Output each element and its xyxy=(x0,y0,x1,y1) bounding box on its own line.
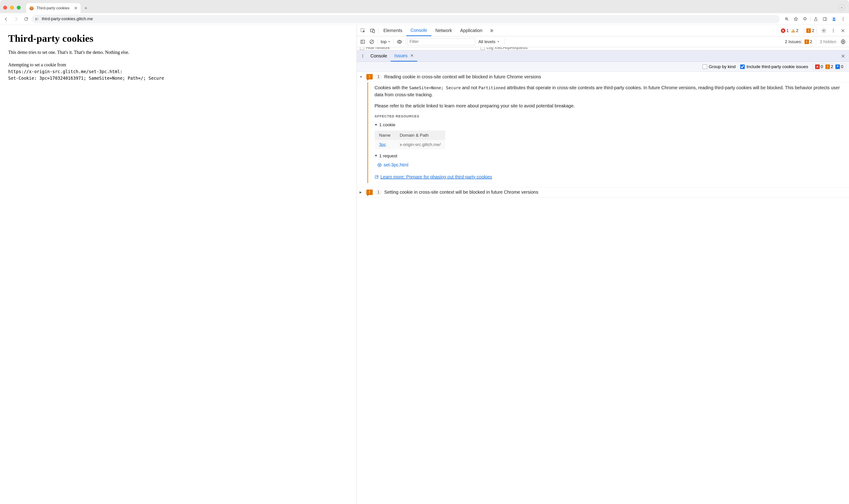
page-heading: Third-party cookies xyxy=(8,33,349,44)
status-errors-count: 1 xyxy=(786,28,789,33)
devtools-panel: Elements Console Network Application ✕ 1… xyxy=(357,25,849,504)
status-warnings[interactable]: 2 xyxy=(791,28,799,33)
th-name: Name xyxy=(374,130,395,140)
log-xhr-checkbox[interactable]: Log XMLHttpRequests xyxy=(481,47,528,50)
minimize-window-icon[interactable] xyxy=(10,6,14,10)
clear-console-icon[interactable] xyxy=(367,37,376,46)
issue-count-badge: 1 xyxy=(375,190,382,195)
drawer-issues-close-icon[interactable]: ✕ xyxy=(410,53,413,58)
page-demo-text: This demo tries to set one. That's it. T… xyxy=(8,50,349,55)
back-button[interactable] xyxy=(2,15,11,23)
console-filter-input[interactable] xyxy=(407,38,475,46)
side-panel-icon[interactable] xyxy=(821,15,829,23)
inspect-element-icon[interactable] xyxy=(358,26,368,35)
console-settings-icon[interactable] xyxy=(838,37,848,46)
count-err: 0 xyxy=(820,64,823,69)
address-bar[interactable]: third-party-cookies.glitch.me xyxy=(32,15,779,23)
issue-para2: Please refer to the article linked to le… xyxy=(374,102,845,109)
count-chat: 0 xyxy=(841,64,843,69)
devtools-close-icon[interactable] xyxy=(838,26,848,35)
svg-point-17 xyxy=(843,41,844,42)
cookie-domain: x-origin-src.glitch.me/ xyxy=(395,140,445,149)
expand-arrow-icon[interactable]: ▼ xyxy=(359,75,364,78)
levels-label: All levels xyxy=(478,39,495,44)
cookie-sub-label: 1 cookie xyxy=(379,122,395,128)
cookie-subhead[interactable]: ▼ 1 cookie xyxy=(374,122,845,128)
include-3p-label: Include third-party cookie issues xyxy=(746,64,808,69)
group-by-kind-checkbox[interactable]: Group by kind xyxy=(703,64,736,69)
context-selector[interactable]: top xyxy=(379,39,392,44)
hidden-messages[interactable]: 3 hidden xyxy=(820,39,836,44)
request-sub-label: 1 request xyxy=(379,152,397,159)
tab-title: Third-party cookies xyxy=(37,6,70,11)
include-3p-checkbox[interactable]: Include third-party cookie issues xyxy=(740,64,808,69)
hide-network-label: Hide network xyxy=(366,47,390,50)
issue-title-1: Reading cookie in cross-site context wil… xyxy=(384,74,846,79)
drawer-menu-icon[interactable] xyxy=(359,52,367,60)
hide-network-checkbox[interactable]: Hide network xyxy=(360,47,390,50)
learn-more-text: Learn more: Prepare for phasing out thir… xyxy=(381,174,492,180)
cookie-table: Name Domain & Path 3pc x-origin-src.glit… xyxy=(374,130,445,149)
extensions-icon[interactable] xyxy=(801,15,809,23)
close-tab-icon[interactable]: ✕ xyxy=(74,6,77,11)
svg-point-20 xyxy=(362,57,363,58)
live-expression-icon[interactable] xyxy=(395,37,404,46)
more-tabs-icon[interactable] xyxy=(487,26,496,35)
maximize-window-icon[interactable] xyxy=(17,6,21,10)
issue-row-2[interactable]: ▶ ! 1 Setting cookie in cross-site conte… xyxy=(357,187,849,198)
svg-point-19 xyxy=(362,56,363,56)
learn-more-link[interactable]: Learn more: Prepare for phasing out thir… xyxy=(374,174,492,180)
profile-icon[interactable] xyxy=(830,15,838,23)
log-xhr-label: Log XMLHttpRequests xyxy=(487,47,528,50)
expand-arrow-icon[interactable]: ▶ xyxy=(359,191,364,194)
issue-title-2: Setting cookie in cross-site context wil… xyxy=(384,190,846,195)
close-window-icon[interactable] xyxy=(3,6,7,10)
tab-console[interactable]: Console xyxy=(406,25,431,36)
browser-tab[interactable]: 🍪 Third-party cookies ✕ xyxy=(26,3,81,13)
drawer-close-icon[interactable] xyxy=(839,52,847,60)
status-issues[interactable]: ! 2 xyxy=(806,28,814,33)
svg-rect-1 xyxy=(823,17,827,20)
issues-label[interactable]: 2 Issues: xyxy=(785,39,802,44)
issue-para1-code1: SameSite=None; Secure xyxy=(409,85,461,90)
table-row[interactable]: 3pc x-origin-src.glitch.me/ xyxy=(374,140,445,149)
svg-point-16 xyxy=(399,41,401,43)
forward-button[interactable] xyxy=(12,15,20,23)
drawer-tab-console[interactable]: Console xyxy=(367,50,391,61)
issue-row-1[interactable]: ▼ ! 1 Reading cookie in cross-site conte… xyxy=(357,72,849,82)
status-issues-count: 2 xyxy=(812,28,814,33)
drawer-tab-issues[interactable]: Issues ✕ xyxy=(391,50,417,61)
zoom-icon[interactable] xyxy=(783,15,791,23)
request-link[interactable]: set-3pc.html xyxy=(377,161,845,168)
labs-icon[interactable] xyxy=(812,15,820,23)
device-toolbar-icon[interactable] xyxy=(368,26,377,35)
tab-elements[interactable]: Elements xyxy=(379,25,406,36)
issue-para1-code2: Partitioned xyxy=(479,85,506,90)
svg-point-10 xyxy=(823,30,825,31)
console-sidebar-toggle-icon[interactable] xyxy=(358,37,367,46)
tab-list-dropdown[interactable] xyxy=(838,4,845,11)
tab-application[interactable]: Application xyxy=(456,25,487,36)
log-levels-dropdown[interactable]: All levels xyxy=(478,39,500,44)
chrome-menu-icon[interactable] xyxy=(839,15,847,23)
new-tab-button[interactable]: ＋ xyxy=(82,4,90,12)
issues-counts[interactable]: ✕0 !2 ❝0 xyxy=(813,64,846,70)
status-errors[interactable]: ✕ 1 xyxy=(781,28,789,33)
devtools-menu-icon[interactable] xyxy=(829,26,838,35)
tab-network[interactable]: Network xyxy=(431,25,456,36)
svg-point-4 xyxy=(843,17,843,18)
toolbar-issues-badge[interactable]: ! 2 xyxy=(804,39,812,44)
attempt-url: https://x-origin-src.glitch.me/set-3pc.h… xyxy=(8,68,349,75)
devtools-settings-icon[interactable] xyxy=(819,26,829,35)
site-settings-icon[interactable] xyxy=(35,17,39,21)
cookie-name-link[interactable]: 3pc xyxy=(374,140,395,149)
svg-point-18 xyxy=(362,54,363,55)
bookmark-icon[interactable] xyxy=(792,15,800,23)
affected-resources-heading: AFFECTED RESOURCES xyxy=(374,113,845,119)
attempt-line: Attempting to set a cookie from xyxy=(8,61,349,68)
svg-rect-14 xyxy=(361,40,365,43)
request-subhead[interactable]: ▼ 1 request xyxy=(374,152,845,159)
svg-point-12 xyxy=(833,30,834,31)
reload-button[interactable] xyxy=(22,15,31,23)
context-label: top xyxy=(381,39,387,44)
